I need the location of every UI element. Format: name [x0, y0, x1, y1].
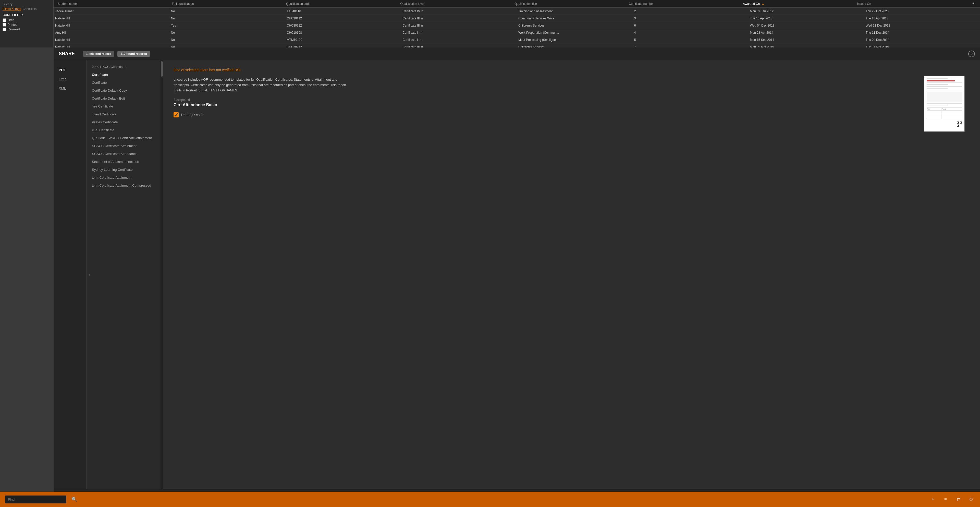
certificate-preview: UnitResult: [924, 76, 965, 132]
preview-line: [927, 88, 948, 89]
list-icon[interactable]: ≡: [942, 496, 950, 503]
filters-tags-tab[interactable]: Filters & Tags: [3, 7, 21, 11]
cert-list-item[interactable]: 2020 HKCC Certificate: [87, 63, 163, 71]
printed-filter[interactable]: Printed: [3, 23, 51, 27]
core-filter-title: CORE FILTER: [3, 13, 51, 17]
found-badge: 110 found records: [118, 51, 150, 57]
share-header: SHARE 1 selected record 110 found record…: [54, 48, 980, 60]
scroll-up-arrow[interactable]: ‹: [89, 273, 90, 277]
col-qual-level[interactable]: Qualification level: [399, 2, 513, 6]
col-full-qual[interactable]: Full qualification: [170, 2, 285, 6]
cert-list-item[interactable]: SGSCC Certificate-Attainment: [87, 142, 163, 150]
share-left-nav: PDF Excel XML: [54, 60, 87, 489]
share-dialog: SHARE 1 selected record 110 found record…: [54, 48, 980, 507]
nav-xml[interactable]: XML: [54, 84, 86, 93]
cert-list-item[interactable]: Certificate: [87, 79, 163, 86]
nav-pdf[interactable]: PDF: [54, 65, 86, 75]
draft-label: Draft: [8, 18, 14, 22]
preview-inner: UnitResult: [924, 76, 964, 131]
cert-list-item[interactable]: inland Certificate: [87, 110, 163, 118]
cert-list-item[interactable]: QR Code - WRCC Certificate-Attainment: [87, 134, 163, 142]
preview-line: [927, 83, 962, 83]
search-input[interactable]: [5, 496, 66, 504]
preview-line: [927, 105, 948, 105]
eye-icon[interactable]: 👁: [970, 2, 977, 6]
revoked-filter[interactable]: Revoked: [3, 27, 51, 31]
preview-line: [927, 86, 962, 87]
cert-list-item[interactable]: PTS Certificate: [87, 126, 163, 134]
help-icon[interactable]: ?: [968, 51, 975, 57]
svg-rect-5: [957, 125, 958, 126]
svg-rect-4: [960, 122, 961, 123]
sidebar: Filter by Filters & Tags Checklists CORE…: [0, 0, 54, 48]
svg-rect-3: [957, 122, 958, 123]
preview-qr: [927, 121, 962, 128]
revoked-label: Revoked: [8, 27, 20, 31]
preview-table: UnitResult: [927, 107, 962, 119]
col-issued-on[interactable]: Issued On: [856, 2, 970, 6]
cert-list-item[interactable]: term Certificate-Attainment Compressed: [87, 182, 163, 190]
print-qr-row[interactable]: Print QR code: [173, 112, 970, 118]
preview-cert-area: [927, 92, 962, 102]
revoked-checkbox[interactable]: [3, 27, 6, 31]
preview-line: [927, 84, 948, 85]
table-row[interactable]: Amy Hill No CHC10108 Certificate I in Wo…: [54, 29, 980, 36]
share-body: PDF Excel XML ‹ 2020 HKCC Certificate Ce…: [54, 60, 980, 489]
col-cert-number[interactable]: Certificate number: [627, 2, 741, 6]
cert-list-item[interactable]: Sydney Learning Certificate: [87, 166, 163, 174]
cert-list-item[interactable]: Pilates Certificate: [87, 118, 163, 126]
col-qual-code[interactable]: Qualification code: [285, 2, 399, 6]
search-icon[interactable]: 🔍: [70, 496, 78, 503]
usi-warning: One of selected users has not verified U…: [173, 68, 970, 72]
col-qual-title[interactable]: Qualification title: [513, 2, 627, 6]
table-row[interactable]: Natalie Hill No MTM10100 Certificate I i…: [54, 36, 980, 43]
print-qr-label: Print QR code: [181, 113, 204, 117]
share-main: One of selected users has not verified U…: [163, 60, 980, 489]
cert-list-item-active[interactable]: Certificate: [87, 71, 163, 79]
cert-list-item[interactable]: Certificate Default Edit: [87, 94, 163, 102]
cert-list-item[interactable]: Certificate Default Copy: [87, 86, 163, 94]
table-row[interactable]: Natalie Hill Yes CHC30712 Certificate II…: [54, 22, 980, 29]
settings-icon[interactable]: ⚙: [967, 496, 975, 503]
table-row[interactable]: Natalie Hill No CHC30112 Certificate III…: [54, 15, 980, 22]
filter-by-label: Filter by: [3, 3, 51, 6]
background-name: Cert Attendance Basic: [173, 103, 970, 107]
cert-list-item[interactable]: SGSCC Certificate-Attendance: [87, 150, 163, 158]
scrollbar-thumb[interactable]: [161, 61, 163, 77]
cert-list-item[interactable]: Statement of Attainment not sub: [87, 158, 163, 166]
add-icon[interactable]: +: [929, 496, 937, 503]
nav-excel[interactable]: Excel: [54, 75, 86, 84]
checklists-tab[interactable]: Checklists: [22, 7, 37, 11]
background-label: Background: [173, 98, 970, 102]
preview-title-line: [927, 80, 955, 81]
share-title: SHARE: [59, 51, 75, 56]
description-text: oncourse includes AQF recommended templa…: [173, 77, 352, 93]
cert-list-scrollbar[interactable]: [161, 60, 163, 489]
preview-line: [927, 78, 948, 79]
cert-list[interactable]: ‹ 2020 HKCC Certificate Certificate Cert…: [87, 60, 163, 489]
col-awarded-on[interactable]: Awarded On ▲: [741, 2, 856, 6]
draft-filter[interactable]: Draft: [3, 18, 51, 22]
share-icon[interactable]: ⇄: [955, 496, 962, 503]
col-student-name[interactable]: Student name: [56, 2, 170, 6]
print-qr-checkbox[interactable]: [173, 112, 179, 118]
cert-list-item[interactable]: hse Certificate: [87, 102, 163, 110]
table-header: Student name Full qualification Qualific…: [54, 0, 980, 8]
selected-badge: 1 selected record: [83, 51, 115, 57]
table-row[interactable]: Jackie Turner No TAE40110 Certificate IV…: [54, 8, 980, 15]
preview-line: [927, 103, 962, 104]
cert-list-item[interactable]: term Certificate-Attainment: [87, 174, 163, 182]
printed-label: Printed: [8, 23, 18, 27]
main-table: Student name Full qualification Qualific…: [54, 0, 980, 48]
printed-checkbox[interactable]: [3, 23, 6, 27]
draft-checkbox[interactable]: [3, 18, 6, 22]
sort-asc-icon: ▲: [762, 3, 764, 5]
bottom-toolbar: 🔍 + ≡ ⇄ ⚙: [0, 492, 980, 507]
